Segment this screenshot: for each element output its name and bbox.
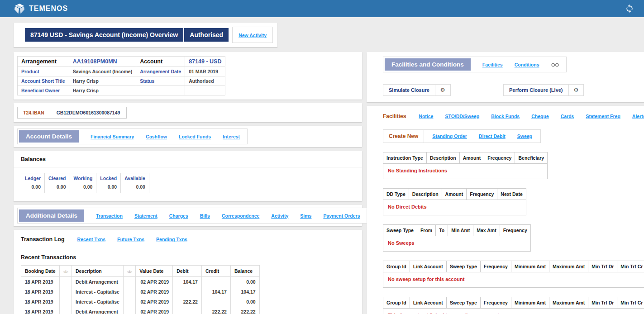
txn-filter-future-txns[interactable]: Future Txns: [117, 237, 144, 242]
txn-debit: 222.22: [173, 297, 202, 307]
facility-link-statement-freq[interactable]: Statement Freq: [586, 114, 620, 119]
additional-details-tab-activity[interactable]: Activity: [271, 213, 288, 219]
facility-table-header-row: Group IdLink AccountSweep TypeFrequencyM…: [383, 297, 644, 309]
facility-col-header: Sweep Type: [383, 225, 417, 236]
facility-col-header: Instruction Type: [383, 152, 427, 164]
binoculars-icon[interactable]: [551, 62, 559, 67]
facility-table-message-row: This Account not linked to any other swe…: [383, 309, 644, 314]
arrangement-field-label: Arrangement Date: [136, 67, 185, 76]
facility-col-header: Maximum Amt: [549, 297, 588, 309]
facility-col-header: Frequency: [480, 297, 511, 309]
facility-table-no-sweep-setup-for-this-account: Group IdLink AccountSweep TypeFrequencyM…: [383, 261, 644, 288]
facility-col-header: DD Type: [383, 189, 409, 200]
facility-table-header-row: DD TypeDescriptionAmountFrequencyNext Da…: [383, 189, 526, 200]
txn-value-date: 02 APR 2019: [136, 287, 173, 297]
txn-description: Debit Arrangement: [72, 277, 123, 287]
arrangement-table: ArrangementAA19108PM0MNAccount87149 - US…: [17, 56, 225, 95]
new-activity-link[interactable]: New Activity: [239, 33, 267, 38]
facility-link-notice[interactable]: Notice: [419, 114, 433, 119]
balances-value: 0.00: [96, 183, 121, 193]
simulate-closure-label: Simulate Closure: [383, 85, 435, 95]
facility-col-header: Amount: [459, 152, 484, 164]
sync-refresh-icon[interactable]: [625, 4, 634, 13]
empty-message: No Sweeps: [383, 236, 531, 252]
arrangement-field-label: [136, 86, 185, 95]
txn-value-date: 02 APR 2019: [136, 307, 173, 314]
facility-col-header: To: [436, 225, 448, 236]
new-activity-box: New Activity: [232, 27, 273, 43]
txn-col-header: Balance: [230, 266, 259, 277]
txn-credit: [201, 277, 230, 287]
additional-details-tab-sims[interactable]: Sims: [300, 213, 311, 219]
facility-link-sto-dd-sweep[interactable]: STO/DD/Sweep: [445, 114, 479, 119]
create-new-box: Create New Standing OrderDirect DebitSwe…: [383, 129, 541, 143]
transaction-log-heading: Transaction Log: [21, 236, 65, 243]
create-new-link-direct-debit[interactable]: Direct Debit: [479, 133, 506, 139]
gear-icon[interactable]: ⚙: [435, 85, 450, 95]
facility-link-block-funds[interactable]: Block Funds: [491, 114, 520, 119]
create-new-label: Create New: [383, 130, 424, 143]
txn-booking-date: 18 APR 2019: [21, 307, 60, 314]
arrangement-field-label: Account Short Title: [18, 76, 69, 86]
facility-table-this-account-not-linked-to-any-other-sweep-setup: Group IdLink AccountSweep TypeFrequencyM…: [383, 297, 644, 314]
arrangement-row: ArrangementAA19108PM0MNAccount87149 - US…: [18, 57, 225, 67]
simulate-closure-button[interactable]: Simulate Closure ⚙: [383, 84, 451, 96]
column-resize-icon[interactable]: ◁▷: [123, 266, 135, 277]
additional-details-tab-transaction[interactable]: Transaction: [96, 213, 123, 219]
gear-icon[interactable]: ⚙: [568, 85, 584, 95]
facility-col-header: Group Id: [383, 297, 410, 309]
txn-filter-recent-txns[interactable]: Recent Txns: [77, 237, 105, 242]
txn-balance: 0.00: [230, 297, 259, 307]
transaction-row: 18 APR 2019Interest - Capitalise02 APR 2…: [21, 297, 260, 307]
facility-col-header: Amount: [442, 189, 467, 200]
txn-col-header: Debit: [173, 266, 202, 277]
additional-details-tab-correspondence[interactable]: Correspondence: [222, 213, 259, 219]
panel-link-facilities[interactable]: Facilities: [482, 62, 503, 67]
account-details-header-box: Account Details Financial SummaryCashflo…: [17, 128, 248, 144]
txn-credit: 104.17: [201, 287, 230, 297]
status-badge: Authorised: [184, 28, 229, 42]
additional-details-tab-bills[interactable]: Bills: [200, 213, 210, 219]
txn-filter-pending-txns[interactable]: Pending Txns: [156, 237, 187, 242]
transaction-row: 18 APR 2019Debit Arrangement02 APR 20192…: [21, 307, 260, 314]
facility-table-message-row: No Standing Instructions: [383, 164, 548, 179]
facility-col-header: Maximum Amt: [549, 261, 588, 272]
facility-table-header-row: Instruction TypeDescriptionAmountFrequen…: [383, 152, 548, 164]
additional-details-tab-charges[interactable]: Charges: [169, 213, 188, 219]
balances-card: Balances LedgerClearedWorkingLockedAvail…: [14, 151, 362, 201]
arrangement-field-label: Account: [136, 57, 185, 67]
arrangement-row: ProductSavings Account (Income)Arrangeme…: [18, 67, 225, 76]
facility-col-header: Link Account: [410, 297, 446, 309]
facility-link-cards[interactable]: Cards: [561, 114, 574, 119]
additional-details-links: TransactionStatementChargesBillsCorrespo…: [96, 213, 396, 219]
facilities-conditions-header-box: Facilities and Conditions FacilitiesCond…: [383, 57, 567, 72]
facility-link-cheque[interactable]: Cheque: [531, 114, 549, 119]
perform-closure-button[interactable]: Perform Closure (Live) ⚙: [503, 84, 584, 96]
balances-value: 0.00: [121, 183, 149, 193]
account-details-link-interest[interactable]: Interest: [223, 134, 240, 139]
facility-col-header: Group Id: [383, 261, 410, 272]
txn-spacer: [59, 307, 72, 314]
additional-details-tab-payment-orders[interactable]: Payment Orders: [323, 213, 360, 219]
arrangement-field-value: Savings Account (Income): [69, 67, 136, 76]
txn-spacer: [123, 297, 135, 307]
panel-link-conditions[interactable]: Conditions: [515, 62, 539, 67]
column-resize-icon[interactable]: ◁▷: [59, 266, 72, 277]
create-new-link-sweep[interactable]: Sweep: [517, 133, 532, 139]
facility-col-header: Min Trf Dr: [588, 297, 617, 309]
balances-column-header: Cleared: [45, 173, 70, 184]
account-details-link-cashflow[interactable]: Cashflow: [146, 134, 167, 139]
account-details-link-financial-summary[interactable]: Financial Summary: [91, 134, 134, 139]
resize-glyph: ◁▷: [127, 270, 132, 274]
facility-link-alerts[interactable]: Alerts: [632, 114, 644, 119]
divider: [14, 167, 362, 167]
facility-col-header: Link Account: [410, 261, 446, 272]
empty-message: No Direct Debits: [383, 200, 526, 215]
facility-table-header-row: Group IdLink AccountSweep TypeFrequencyM…: [383, 261, 644, 272]
empty-message: This Account not linked to any other swe…: [383, 309, 644, 314]
create-new-link-standing-order[interactable]: Standing Order: [432, 133, 467, 139]
balances-column-header: Ledger: [21, 173, 45, 184]
account-details-link-locked-funds[interactable]: Locked Funds: [179, 134, 211, 139]
arrangement-field-label: Product: [18, 67, 69, 76]
additional-details-tab-statement[interactable]: Statement: [134, 213, 157, 219]
